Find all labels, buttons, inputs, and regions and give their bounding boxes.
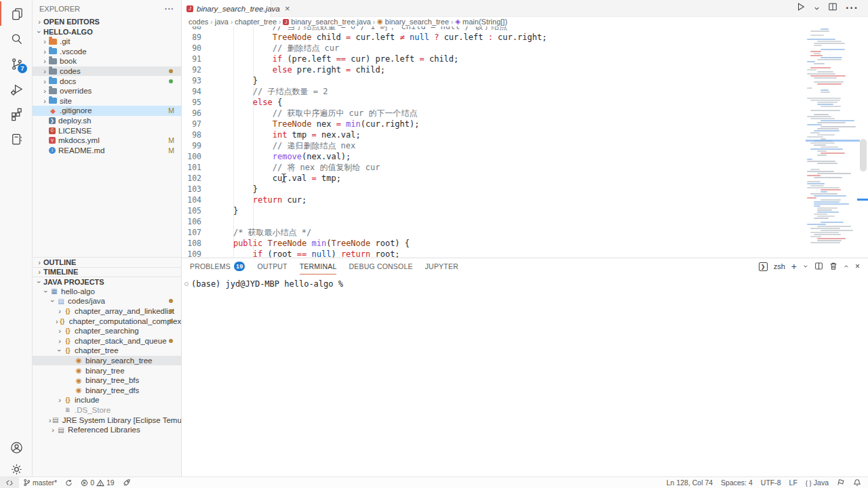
explorer-item-overrides[interactable]: ›overrides — [33, 86, 181, 96]
terminal-launch-icon[interactable]: ❯ — [759, 262, 768, 271]
workspace-root-section[interactable]: › HELLO-ALGO — [33, 27, 181, 37]
eol-status[interactable]: LF — [785, 477, 802, 488]
breadcrumb-item[interactable]: binary_search_tree.java — [291, 18, 370, 26]
explorer-item-codes[interactable]: ›codes — [33, 66, 181, 77]
breadcrumb-item[interactable]: chapter_tree — [235, 18, 277, 26]
split-terminal-icon[interactable] — [814, 262, 823, 272]
code-line-91[interactable]: 91 if (pre.left == cur) pre.left = child… — [182, 54, 868, 64]
explorer-icon[interactable] — [0, 1, 33, 26]
explorer-item-docs[interactable]: ›docs — [33, 76, 181, 86]
code-line-89[interactable]: 89 TreeNode child = cur.left ≠ null ? cu… — [182, 32, 868, 43]
close-panel-icon[interactable]: × — [855, 262, 860, 271]
problems-status[interactable]: 0 19 — [77, 477, 119, 488]
notifications-bell-icon[interactable] — [849, 477, 868, 488]
java-tree-item-chapter-stack-and-queue[interactable]: ›{}chapter_stack_and_queue — [33, 336, 181, 346]
more-actions-icon[interactable]: ··· — [165, 5, 174, 13]
code-line-109[interactable]: 109 if (root == null) return root; — [182, 249, 868, 258]
code-line-88[interactable]: 88 // 当子结点数量 = 0 / 1 时， child = null / 该… — [182, 26, 868, 32]
breadcrumb-item[interactable]: binary_search_tree — [385, 18, 449, 26]
code-line-106[interactable]: 106 — [182, 216, 868, 227]
code-line-97[interactable]: 97 TreeNode nex = min(cur.right); — [182, 119, 868, 129]
run-debug-icon[interactable] — [0, 77, 33, 101]
java-tree-item-binary-search-tree[interactable]: ◉binary_search_tree — [33, 356, 181, 366]
java-tree-item-codes-java[interactable]: ›▤codes/java — [33, 296, 181, 306]
scrollbar-thumb[interactable] — [860, 139, 867, 171]
tab-close-icon[interactable]: × — [285, 3, 290, 14]
outline-section[interactable]: › OUTLINE — [33, 257, 181, 267]
notebook-icon[interactable] — [0, 127, 33, 151]
run-dropdown-chevron-icon[interactable] — [814, 2, 820, 14]
editor-more-actions-icon[interactable]: ··· — [846, 2, 859, 14]
panel-tab-terminal[interactable]: TERMINAL — [300, 258, 337, 274]
explorer-item-readme-md[interactable]: iREADME.mdM — [33, 146, 181, 156]
java-tree-item-hello-algo[interactable]: ›▦hello-algo — [33, 287, 181, 297]
language-mode-status[interactable]: { } Java — [802, 477, 833, 488]
panel-tab-output[interactable]: OUTPUT — [257, 258, 287, 274]
explorer-item--vscode[interactable]: ›.vscode — [33, 47, 181, 57]
explorer-item--gitignore[interactable]: ◆.gitignoreM — [33, 106, 181, 116]
java-tree-item-binary-tree-bfs[interactable]: ◉binary_tree_bfs — [33, 375, 181, 386]
cursor-position-status[interactable]: Ln 128, Col 74 — [663, 477, 717, 488]
code-line-108[interactable]: 108 public TreeNode min(TreeNode root) { — [182, 238, 868, 249]
java-tree-item-include[interactable]: ›{}include — [33, 395, 181, 405]
new-terminal-icon[interactable]: + — [791, 261, 797, 272]
encoding-status[interactable]: UTF-8 — [757, 477, 785, 488]
java-tree-item-referenced-libraries[interactable]: ›▤Referenced Libraries — [33, 425, 181, 435]
timeline-section[interactable]: › TIMELINE — [33, 267, 181, 277]
code-line-92[interactable]: 92 else pre.right = child; — [182, 64, 868, 75]
maximize-panel-chevron-icon[interactable] — [844, 262, 849, 270]
code-line-104[interactable]: 104 return cur; — [182, 195, 868, 205]
rocket-icon[interactable] — [119, 477, 135, 488]
accounts-icon[interactable] — [0, 435, 33, 460]
panel-tab-problems[interactable]: PROBLEMS19 — [190, 258, 245, 274]
panel-tab-jupyter[interactable]: JUPYTER — [425, 258, 458, 274]
source-control-icon[interactable]: 7 — [0, 52, 33, 76]
explorer-item-site[interactable]: ›site — [33, 96, 181, 106]
extensions-icon[interactable] — [0, 102, 33, 126]
explorer-item-mkdocs-yml[interactable]: Ymkdocs.ymlM — [33, 136, 181, 146]
java-tree-item-binary-tree-dfs[interactable]: ◉binary_tree_dfs — [33, 385, 181, 395]
explorer-item-book[interactable]: ›book — [33, 56, 181, 66]
java-tree-item-chapter-computational-complexity[interactable]: ›{}chapter_computational_complexity — [33, 316, 181, 326]
code-line-101[interactable]: 101 // 将 nex 的值复制给 cur — [182, 162, 868, 173]
java-tree-item-chapter-searching[interactable]: ›{}chapter_searching — [33, 326, 181, 336]
java-tree-item-binary-tree[interactable]: ◉binary_tree — [33, 365, 181, 375]
code-line-100[interactable]: 100 remove(nex.val); — [182, 151, 868, 162]
java-tree-item-chapter-tree[interactable]: ›{}chapter_tree — [33, 346, 181, 356]
terminal-dropdown-chevron-icon[interactable] — [803, 262, 808, 270]
explorer-item--git[interactable]: ›.git — [33, 37, 181, 47]
shell-name[interactable]: zsh — [774, 262, 785, 270]
panel-tab-debug-console[interactable]: DEBUG CONSOLE — [349, 258, 412, 274]
remote-indicator-icon[interactable] — [0, 477, 19, 488]
code-line-98[interactable]: 98 int tmp = nex.val; — [182, 129, 868, 140]
branch-status[interactable]: master* — [19, 477, 61, 488]
search-icon[interactable] — [0, 26, 33, 51]
code-line-90[interactable]: 90 // 删除结点 cur — [182, 43, 868, 54]
indentation-status[interactable]: Spaces: 4 — [717, 477, 757, 488]
explorer-item-license[interactable]: ©LICENSE — [33, 125, 181, 136]
code-line-93[interactable]: 93 } — [182, 75, 868, 86]
java-tree-item-chapter-array-and-linkedlist[interactable]: ›{}chapter_array_and_linkedlist — [33, 306, 181, 317]
sync-icon[interactable] — [61, 477, 77, 488]
java-tree-item--ds-store[interactable]: 🗎.DS_Store — [33, 405, 181, 415]
code-line-96[interactable]: 96 // 获取中序遍历中 cur 的下一个结点 — [182, 108, 868, 119]
feedback-pennant-icon[interactable] — [833, 477, 849, 488]
breadcrumb-item[interactable]: main(String[]) — [462, 18, 507, 26]
tab-binary-search-tree[interactable]: J binary_search_tree.java × — [182, 0, 271, 17]
java-tree-item-jre-system-library-eclipse-temurin-17-17-[interactable]: ›▤JRE System Library [Eclipse Temurin 17… — [33, 415, 181, 425]
run-button[interactable] — [796, 2, 806, 14]
code-line-105[interactable]: 105 } — [182, 205, 868, 216]
code-line-99[interactable]: 99 // 递归删除结点 nex — [182, 140, 868, 151]
explorer-item-deploy-sh[interactable]: ❯deploy.sh — [33, 116, 181, 126]
code-line-95[interactable]: 95 else { — [182, 97, 868, 108]
breadcrumb-item[interactable]: codes — [189, 18, 208, 26]
kill-terminal-trash-icon[interactable] — [829, 262, 837, 272]
code-line-94[interactable]: 94 // 子结点数量 = 2 — [182, 86, 868, 97]
code-area[interactable]: 88 // 当子结点数量 = 0 / 1 时， child = null / 该… — [182, 26, 868, 258]
code-line-107[interactable]: 107 /* 获取最小结点 */ — [182, 227, 868, 238]
java-projects-section[interactable]: › JAVA PROJECTS — [33, 277, 181, 287]
open-editors-section[interactable]: › OPEN EDITORS — [33, 17, 181, 27]
terminal[interactable]: (base) jyd@JYD-MBP hello-algo % — [182, 274, 868, 289]
split-editor-icon[interactable] — [828, 2, 837, 14]
breadcrumb-item[interactable]: java — [215, 18, 229, 26]
